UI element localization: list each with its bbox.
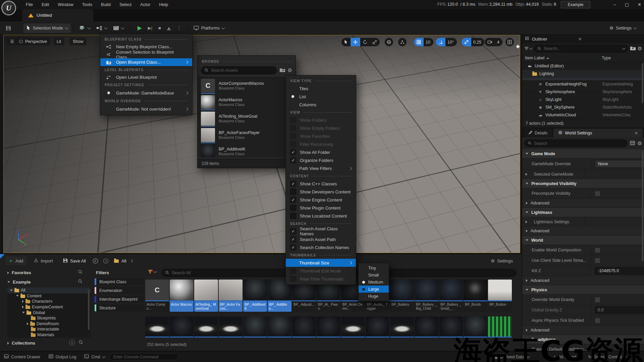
menu-build[interactable]: Build xyxy=(97,0,115,9)
add-folder-icon[interactable] xyxy=(630,46,636,51)
asset-tile[interactable] xyxy=(219,316,243,338)
browse-folder-icon[interactable] xyxy=(280,68,285,73)
world-settings-close-icon[interactable]: ✕ xyxy=(635,131,638,136)
menu-item-list[interactable]: List xyxy=(286,93,356,101)
grid-snap-toggle[interactable] xyxy=(414,38,424,46)
tree-item-blueprints[interactable]: Blueprints xyxy=(7,315,91,321)
details-search-input[interactable] xyxy=(533,141,624,146)
browse-asset-row[interactable]: BP_ActorFacesPlayerBlueprint Class xyxy=(198,127,296,143)
asset-tile[interactable]: BP_ AdditiveIK xyxy=(243,280,267,312)
category-lightmass[interactable]: Lightmass xyxy=(522,208,644,217)
filter-enumeration[interactable]: Enumeration xyxy=(95,287,144,294)
asset-tile[interactable] xyxy=(268,316,291,338)
outliner-partial-row[interactable] xyxy=(522,78,644,80)
outliner-filter-button[interactable] xyxy=(524,47,532,51)
example-source-header[interactable]: Example xyxy=(7,280,31,285)
asset-tile[interactable]: BP_Battery xyxy=(390,280,414,312)
menu-item-show-folders[interactable]: Show Folders xyxy=(286,116,356,124)
save-all-button[interactable]: Save All xyxy=(60,256,89,265)
tree-item-all[interactable]: All xyxy=(7,288,91,293)
menu-item-thumbnail-size[interactable]: Thumbnail Size xyxy=(286,259,356,267)
category-precomputed-visibility[interactable]: Precomputed Visibility xyxy=(522,179,644,188)
output-log-button[interactable]: Output Log xyxy=(45,351,80,362)
menu-item-gamemode-base[interactable]: GameMode: GameModeBase xyxy=(100,88,192,97)
menu-item-columns[interactable]: Columns xyxy=(286,101,356,109)
browse-asset-row[interactable]: ActorMacrosBlueprint Class xyxy=(198,94,296,110)
close-button[interactable]: ✕ xyxy=(638,0,641,9)
scale-tool-button[interactable] xyxy=(370,38,380,46)
menu-item-gamemode-not-overridden[interactable]: GameMode: Not overridden! xyxy=(100,105,192,113)
tree-item-interactable[interactable]: Interactable xyxy=(7,326,91,332)
outliner-row[interactable]: Untitled (Editor) xyxy=(522,62,644,70)
content-drawer-button[interactable]: Content Drawer xyxy=(0,351,45,362)
filter-structure[interactable]: Structure xyxy=(95,304,144,311)
rotate-tool-button[interactable] xyxy=(360,38,370,46)
menu-file[interactable]: File xyxy=(21,0,37,9)
browse-search-input[interactable] xyxy=(210,68,274,73)
menu-item-show-localized-content[interactable]: Show Localized Content xyxy=(286,212,356,220)
advanced-section[interactable]: Advanced xyxy=(522,227,644,236)
tree-item-demoroom[interactable]: DemoRoom xyxy=(7,321,91,327)
example-search-icon[interactable] xyxy=(78,279,83,285)
minimize-button[interactable]: – xyxy=(614,0,616,9)
override-world-gravity-checkbox[interactable] xyxy=(595,297,600,303)
menu-item-filter-recursively[interactable]: Filter Recursively xyxy=(286,140,356,148)
asset-tile[interactable] xyxy=(145,316,169,338)
menu-item-search-asset-class-names[interactable]: Search Asset Class Names xyxy=(286,227,356,235)
menu-item-open-level-blueprint[interactable]: Open Level Blueprint xyxy=(100,73,192,81)
console-command-input[interactable] xyxy=(113,354,174,360)
outliner-scrollbar[interactable] xyxy=(642,63,643,103)
console-command-box[interactable] xyxy=(109,353,178,360)
menu-tools[interactable]: Tools xyxy=(78,0,97,9)
skip-to-button[interactable]: ▶| xyxy=(145,23,155,33)
rotation-snap-value[interactable]: 10° xyxy=(445,40,457,45)
menu-select[interactable]: Select xyxy=(115,0,136,9)
menu-item-path-view-filters[interactable]: Path View Filters xyxy=(286,164,356,172)
filter-interchange-blueprint[interactable]: Interchange Blueprint xyxy=(95,296,144,303)
platforms-dropdown[interactable]: Platforms xyxy=(191,23,227,33)
select-tool-button[interactable] xyxy=(341,38,351,46)
menu-actor[interactable]: Actor xyxy=(136,0,155,9)
advanced-section[interactable]: Advanced xyxy=(522,276,644,285)
asset-tile[interactable] xyxy=(243,316,267,338)
asset-tile[interactable]: CActor Compo... xyxy=(145,280,169,312)
browse-search-box[interactable] xyxy=(201,66,277,74)
menu-item-search-asset-path[interactable]: Search Asset Path xyxy=(286,235,356,243)
menu-item-show-developers-content[interactable]: Show Developers Content xyxy=(286,188,356,196)
favorites-search-icon[interactable] xyxy=(78,269,83,275)
outliner-row[interactable]: ☀ SkyAtmosphereSkyAtmosphere xyxy=(522,88,644,96)
show-dropdown[interactable]: Show xyxy=(69,38,87,45)
display-options-icon[interactable] xyxy=(630,141,635,146)
filter-blueprint-class[interactable]: Blueprint Class xyxy=(95,278,144,285)
outliner-row[interactable]: ◈ SM_SkySphereStaticMeshActo xyxy=(522,104,644,111)
tree-item-content[interactable]: Content xyxy=(7,293,91,299)
tree-item-materials[interactable]: Materials xyxy=(7,332,91,338)
menu-item-show-plugin-content[interactable]: Show Plugin Content xyxy=(286,204,356,212)
outliner-settings-gear-icon[interactable]: ⚙ xyxy=(638,46,642,52)
lit-dropdown[interactable]: Lit xyxy=(53,38,64,45)
menu-item-organize-folders[interactable]: Organize Folders xyxy=(286,156,356,164)
surface-snapping-button[interactable] xyxy=(398,38,407,46)
asset-tile[interactable]: Actor Macros xyxy=(170,280,194,312)
eject-button[interactable]: ▲ xyxy=(164,23,174,33)
precompute-visibility-checkbox[interactable] xyxy=(595,191,600,196)
play-button[interactable]: ▶ xyxy=(135,23,145,33)
menu-item-show-empty-folders[interactable]: Show Empty Folders xyxy=(286,124,356,132)
asset-tile[interactable] xyxy=(415,316,438,338)
tab-untitled[interactable]: Untitled xyxy=(22,9,93,21)
details-settings-gear-icon[interactable]: ⚙ xyxy=(638,140,642,146)
maximize-button[interactable]: ▢ xyxy=(625,0,629,9)
menu-item-show-favorites[interactable]: Show Favorites xyxy=(286,132,356,140)
advanced-section[interactable]: Advanced xyxy=(522,199,644,208)
scale-snap-value[interactable]: 0.25 xyxy=(471,40,484,45)
tree-item-global[interactable]: Global xyxy=(7,310,91,315)
prop-selected-gamemode[interactable]: Selected GameMode xyxy=(522,170,644,179)
outliner-search-input[interactable] xyxy=(543,46,621,51)
menu-item-show-cpp-classes[interactable]: Show C++ Classes xyxy=(286,180,356,188)
cmd-dropdown[interactable]: Cmd xyxy=(80,351,109,362)
scale-snap-toggle[interactable] xyxy=(462,38,471,46)
browse-asset-row[interactable]: BP_AdditiveIKBlueprint Class xyxy=(198,143,296,157)
asset-tile[interactable]: BP_Button xyxy=(488,280,512,312)
world-local-space-button[interactable] xyxy=(385,38,393,46)
save-button[interactable] xyxy=(3,23,14,33)
